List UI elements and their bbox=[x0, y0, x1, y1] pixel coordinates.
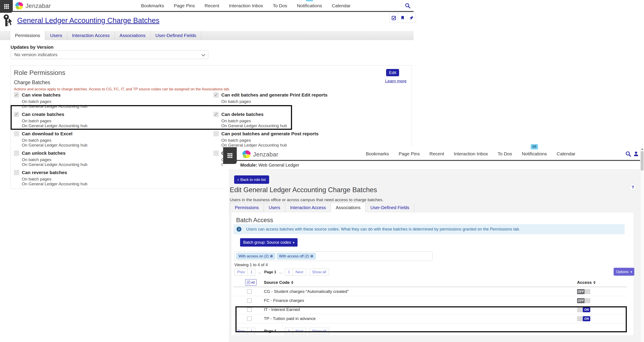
module-label: Module: bbox=[240, 163, 257, 167]
help-button[interactable]: ? bbox=[629, 184, 636, 191]
checkbox[interactable] bbox=[14, 151, 19, 156]
app-menu-button[interactable] bbox=[0, 0, 13, 13]
tab-permissions[interactable]: Permissions bbox=[230, 203, 264, 212]
edit-button[interactable]: Edit bbox=[386, 69, 399, 76]
remove-filter-icon[interactable]: ⊗ bbox=[270, 254, 273, 258]
permission-can-download-to-excel: Can download to Excel On batch pages On … bbox=[14, 131, 214, 151]
butterfly-logo-icon bbox=[14, 2, 24, 10]
version-select[interactable]: No version indicators bbox=[10, 50, 208, 59]
search-icon[interactable] bbox=[404, 3, 410, 10]
brand-name: Jenzabar bbox=[253, 151, 278, 158]
batch-group-dropdown-button[interactable]: Batch group: Source codes▾ bbox=[240, 238, 298, 247]
bookmark-button[interactable] bbox=[398, 13, 407, 23]
vertical-scrollbar[interactable] bbox=[640, 147, 644, 342]
checkbox[interactable] bbox=[214, 151, 219, 156]
page-title-link[interactable]: General Ledger Accounting Charge Batches bbox=[17, 16, 160, 25]
tab-associations[interactable]: Associations bbox=[331, 203, 366, 212]
scrollbar-thumb[interactable] bbox=[641, 151, 644, 171]
jenzabar-logo[interactable]: Jenzabar bbox=[14, 2, 51, 10]
chevron-left-icon: ‹ bbox=[238, 177, 239, 182]
column-header-access[interactable]: Access bbox=[577, 280, 596, 285]
nav-page-pins[interactable]: Page Pins bbox=[174, 3, 195, 8]
checkbox[interactable] bbox=[14, 92, 19, 98]
nav-interaction-inbox[interactable]: Interaction Inbox bbox=[454, 151, 488, 156]
nav-recent[interactable]: Recent bbox=[430, 151, 444, 156]
role-key-icon bbox=[3, 14, 13, 28]
back-to-role-list-button[interactable]: ‹Back to role list bbox=[234, 175, 269, 184]
tab-interaction-access[interactable]: Interaction Access bbox=[285, 203, 331, 212]
tab-interaction-access[interactable]: Interaction Access bbox=[67, 31, 114, 40]
tab-permissions[interactable]: Permissions bbox=[10, 31, 45, 40]
scroll-up-icon[interactable] bbox=[641, 148, 643, 150]
butterfly-logo-icon bbox=[242, 150, 251, 159]
nav-calendar[interactable]: Calendar bbox=[556, 151, 575, 156]
filter-input[interactable]: With access on (2)⊗ With access off (2)⊗ bbox=[234, 251, 432, 261]
nav-bookmarks[interactable]: Bookmarks bbox=[141, 3, 164, 8]
tab-user-defined-fields[interactable]: User-Defined Fields bbox=[366, 203, 414, 212]
user-profile-icon[interactable] bbox=[633, 151, 639, 158]
checkbox[interactable] bbox=[14, 131, 19, 136]
nav-bookmarks[interactable]: Bookmarks bbox=[366, 151, 389, 156]
access-toggle[interactable]: OFF bbox=[577, 298, 590, 303]
tab-user-defined-fields[interactable]: User-Defined Fields bbox=[151, 31, 202, 40]
table-row: FC - Finance charges OFF bbox=[234, 296, 627, 305]
checkbox[interactable] bbox=[214, 131, 219, 136]
nav-notifications[interactable]: 68 Notifications bbox=[297, 3, 322, 8]
tab-users[interactable]: Users bbox=[45, 31, 67, 40]
permission-can-unlock-batches: Can unlock batches On batch pages On Gen… bbox=[14, 151, 214, 170]
remove-filter-icon[interactable]: ⊗ bbox=[310, 254, 314, 258]
info-alert-text: Users can access batches with these sour… bbox=[246, 224, 520, 234]
app-menu-button[interactable] bbox=[223, 147, 237, 164]
nav-to-dos[interactable]: To Dos bbox=[273, 3, 287, 8]
grid-icon bbox=[4, 4, 9, 9]
row-checkbox[interactable] bbox=[247, 298, 252, 303]
ellipsis-icon: … bbox=[278, 270, 282, 274]
caret-down-icon: ▾ bbox=[293, 241, 294, 244]
show-all-button[interactable]: Show all bbox=[309, 269, 329, 276]
pagination-top: Prev 1 … Page 1 … 1 Next Show all bbox=[234, 269, 329, 276]
options-dropdown-button[interactable]: Options▾ bbox=[614, 268, 634, 276]
info-icon: i bbox=[236, 227, 242, 232]
nav-links: Bookmarks Page Pins Recent Interaction I… bbox=[366, 151, 576, 156]
source-code-cell: CG - Student charges-"Automatically crea… bbox=[264, 289, 349, 294]
batch-access-title: Batch Access bbox=[236, 217, 273, 224]
checkbox[interactable] bbox=[14, 170, 19, 175]
access-toggle[interactable]: OFF bbox=[577, 289, 590, 294]
search-icon[interactable] bbox=[625, 151, 631, 158]
last-page-button[interactable]: 1 bbox=[285, 269, 293, 276]
charge-batches-title: Charge Batches bbox=[14, 80, 50, 86]
select-all-button[interactable]: ✓ All bbox=[245, 279, 256, 286]
charge-batches-note: Actions and access apply to charge batch… bbox=[14, 87, 230, 92]
current-page-label: Page 1 bbox=[264, 270, 276, 274]
caret-down-icon: ▾ bbox=[630, 270, 632, 274]
check-square-icon bbox=[392, 16, 396, 21]
pin-button[interactable] bbox=[407, 13, 416, 23]
nav-recent[interactable]: Recent bbox=[204, 3, 219, 8]
prev-page-button[interactable]: Prev bbox=[234, 269, 248, 276]
row-checkbox[interactable] bbox=[247, 289, 252, 294]
learn-more-link[interactable]: Learn more bbox=[385, 79, 406, 84]
filter-chip-access-on[interactable]: With access on (2)⊗ bbox=[236, 253, 275, 259]
checkbox[interactable] bbox=[214, 92, 219, 98]
nav-page-pins[interactable]: Page Pins bbox=[399, 151, 420, 156]
nav-notifications[interactable]: 68 Notifications bbox=[522, 151, 547, 156]
column-header-source-code[interactable]: Source Code bbox=[264, 280, 293, 285]
nav-interaction-inbox[interactable]: Interaction Inbox bbox=[229, 3, 263, 8]
edit-page-description: Users in the business office or across c… bbox=[230, 197, 384, 202]
page-1-button[interactable]: 1 bbox=[248, 269, 255, 276]
jenzabar-logo[interactable]: Jenzabar bbox=[242, 150, 278, 159]
top-navbar: Jenzabar Bookmarks Page Pins Recent Inte… bbox=[223, 147, 644, 161]
tab-users[interactable]: Users bbox=[264, 203, 285, 212]
table-row: CG - Student charges-"Automatically crea… bbox=[234, 287, 627, 296]
next-page-button[interactable]: Next bbox=[293, 269, 306, 276]
nav-to-dos[interactable]: To Dos bbox=[498, 151, 512, 156]
tab-bar: Permissions Users Interaction Access Ass… bbox=[0, 31, 414, 40]
tab-associations[interactable]: Associations bbox=[115, 31, 151, 40]
nav-calendar[interactable]: Calendar bbox=[332, 3, 350, 8]
edit-check-button[interactable] bbox=[390, 13, 398, 23]
filter-chip-access-off[interactable]: With access off (2)⊗ bbox=[277, 253, 316, 259]
annotation-box-create-delete bbox=[10, 105, 292, 130]
screen: Jenzabar Bookmarks Page Pins Recent Inte… bbox=[0, 0, 644, 342]
tab-bar: Permissions Users Interaction Access Ass… bbox=[230, 203, 371, 212]
ellipsis-icon: … bbox=[258, 270, 262, 274]
